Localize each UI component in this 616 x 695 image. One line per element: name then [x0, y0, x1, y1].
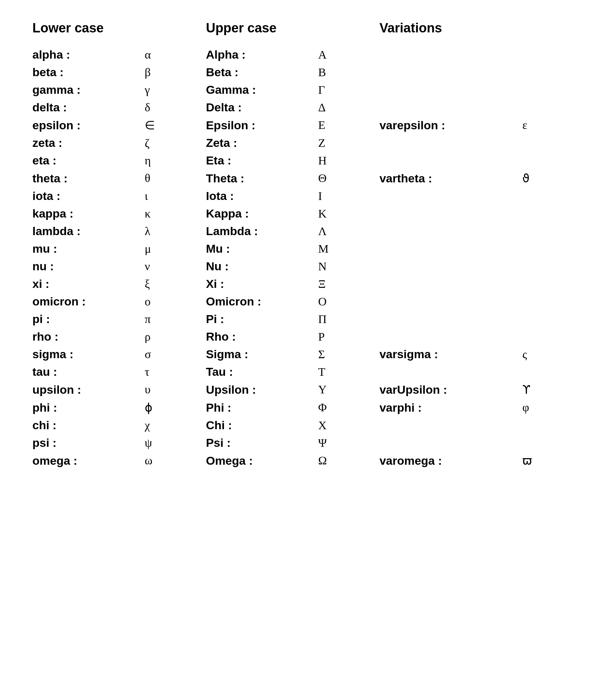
table-row: rho :ρRho :Ρ [32, 328, 584, 345]
greek-letters-table: Lower case Upper case Variations alpha :… [32, 21, 584, 470]
table-row: kappa :κKappa :Κ [32, 205, 584, 222]
table-row: omega :ωOmega :Ωvaromega :ϖ [32, 452, 584, 470]
table-row: beta :βBeta :Β [32, 63, 584, 81]
table-row: zeta :ζZeta :Ζ [32, 134, 584, 152]
table-row: sigma :σSigma :Σvarsigma :ς [32, 345, 584, 363]
table-row: xi :ξXi :Ξ [32, 275, 584, 293]
table-row: omicron :οOmicron :Ο [32, 293, 584, 310]
lower-case-header: Lower case [32, 21, 206, 46]
table-row: chi :χChi :Χ [32, 416, 584, 434]
table-row: alpha :αAlpha :Α [32, 46, 584, 63]
variations-header: Variations [379, 21, 584, 46]
table-row: mu :μMu :Μ [32, 240, 584, 258]
table-row: phi :ϕPhi :Φvarphi :φ [32, 399, 584, 416]
table-row: upsilon :υUpsilon :ΥvarUpsilon :ϒ [32, 381, 584, 399]
table-row: eta :ηEta :Η [32, 152, 584, 169]
table-row: pi :πPi :Π [32, 310, 584, 328]
header-row: Lower case Upper case Variations [32, 21, 584, 46]
upper-case-header: Upper case [206, 21, 380, 46]
table-row: psi :ψPsi :Ψ [32, 434, 584, 452]
table-row: lambda :λLambda :Λ [32, 222, 584, 240]
table-row: tau :τTau :Τ [32, 363, 584, 381]
table-row: nu :νNu :Ν [32, 258, 584, 275]
table-row: theta :θTheta :Θvartheta :ϑ [32, 169, 584, 187]
table-row: epsilon :∈Epsilon :Εvarepsilon :ε [32, 116, 584, 134]
table-row: gamma :γGamma :Γ [32, 81, 584, 99]
table-row: iota :ιIota :Ι [32, 187, 584, 205]
table-row: delta :δDelta :Δ [32, 99, 584, 116]
